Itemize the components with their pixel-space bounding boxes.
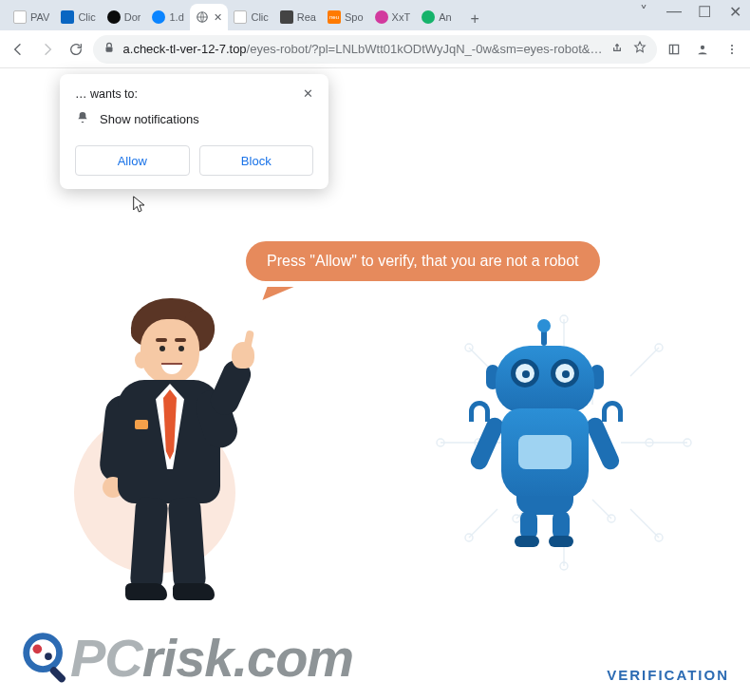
tab-label: Spo bbox=[345, 11, 364, 23]
svg-rect-1 bbox=[105, 47, 112, 51]
tab-5[interactable]: Clic bbox=[228, 4, 273, 30]
speech-bubble: Press "Allow" to verify, that you are no… bbox=[246, 241, 600, 281]
permission-close-button[interactable]: ✕ bbox=[298, 84, 317, 103]
magnifier-icon bbox=[17, 629, 76, 688]
favicon-icon bbox=[13, 10, 27, 24]
back-button[interactable] bbox=[6, 36, 31, 63]
pcrisk-logo: PCrisk.com bbox=[17, 627, 353, 689]
favicon-icon bbox=[152, 10, 165, 24]
window-dropdown-button[interactable]: ˅ bbox=[628, 0, 659, 23]
tab-8[interactable]: XxT bbox=[369, 4, 417, 30]
tab-label: Clic bbox=[251, 11, 268, 23]
favicon-icon: neu bbox=[328, 10, 341, 24]
bell-icon bbox=[75, 110, 90, 128]
block-button[interactable]: Block bbox=[199, 145, 314, 176]
tab-label: Rea bbox=[297, 11, 316, 23]
svg-rect-2 bbox=[669, 45, 678, 53]
mouse-cursor-icon bbox=[133, 196, 146, 215]
verification-label: VERIFICATION bbox=[607, 667, 729, 683]
browser-toolbar: a.check-tl-ver-12-7.top/eyes-robot/?pl=L… bbox=[0, 30, 750, 68]
url-text: a.check-tl-ver-12-7.top/eyes-robot/?pl=L… bbox=[123, 42, 603, 56]
reading-list-icon[interactable] bbox=[661, 36, 686, 63]
svg-point-4 bbox=[701, 45, 704, 48]
tab-label: Dor bbox=[124, 11, 141, 23]
tab-label: An bbox=[439, 11, 451, 23]
speech-text: Press "Allow" to verify, that you are no… bbox=[267, 253, 579, 269]
address-bar[interactable]: a.check-tl-ver-12-7.top/eyes-robot/?pl=L… bbox=[93, 35, 658, 64]
globe-icon bbox=[196, 10, 209, 24]
window-minimize-button[interactable]: — bbox=[659, 0, 689, 23]
svg-point-20 bbox=[27, 635, 60, 669]
permission-title: … wants to: ✕ bbox=[75, 87, 313, 101]
favicon-icon bbox=[280, 10, 293, 24]
tab-label: 1.d bbox=[169, 11, 183, 23]
window-close-button[interactable]: ✕ bbox=[720, 0, 750, 23]
tab-7[interactable]: neu Spo bbox=[322, 4, 369, 30]
tab-label: XxT bbox=[392, 11, 411, 23]
businessman-illustration bbox=[84, 298, 273, 612]
lock-icon bbox=[103, 41, 116, 57]
tab-6[interactable]: Rea bbox=[274, 4, 322, 30]
reload-button[interactable] bbox=[64, 36, 89, 63]
tab-9[interactable]: An bbox=[416, 4, 459, 30]
svg-point-7 bbox=[731, 51, 733, 53]
new-tab-button[interactable]: + bbox=[463, 8, 486, 30]
page-footer: PCrisk.com VERIFICATION bbox=[0, 596, 750, 700]
share-icon[interactable] bbox=[609, 40, 625, 58]
profile-icon[interactable] bbox=[690, 36, 716, 63]
tab-3[interactable]: 1.d bbox=[146, 4, 190, 30]
window-maximize-button[interactable]: ☐ bbox=[689, 0, 720, 23]
favicon-icon bbox=[107, 10, 121, 24]
svg-rect-3 bbox=[672, 45, 673, 53]
tab-label: Clic bbox=[78, 11, 95, 23]
tab-2[interactable]: Dor bbox=[102, 4, 147, 30]
notification-permission-dialog: … wants to: ✕ Show notifications Allow B… bbox=[60, 74, 328, 189]
star-icon[interactable] bbox=[632, 40, 647, 58]
window-controls: ˅ — ☐ ✕ bbox=[628, 0, 750, 30]
tab-close-button[interactable]: ✕ bbox=[214, 11, 222, 24]
svg-point-6 bbox=[731, 47, 733, 49]
permission-row: Show notifications bbox=[75, 110, 313, 128]
menu-icon[interactable] bbox=[720, 36, 745, 63]
svg-point-5 bbox=[731, 44, 733, 46]
favicon-icon bbox=[234, 10, 247, 24]
forward-button[interactable] bbox=[35, 36, 61, 63]
tab-strip: PAV Clic Dor 1.d ✕ Clic Rea neu Spo XxT … bbox=[0, 0, 750, 30]
tab-label: PAV bbox=[30, 11, 49, 23]
allow-button[interactable]: Allow bbox=[75, 145, 190, 176]
logo-text: PCrisk.com bbox=[70, 627, 353, 689]
favicon-icon bbox=[422, 10, 435, 24]
svg-point-22 bbox=[45, 653, 52, 660]
tab-1[interactable]: Clic bbox=[55, 4, 101, 30]
favicon-icon bbox=[375, 10, 388, 24]
favicon-icon bbox=[61, 10, 74, 24]
robot-illustration bbox=[463, 332, 625, 551]
svg-point-21 bbox=[32, 644, 42, 653]
permission-text: Show notifications bbox=[100, 112, 199, 126]
svg-rect-23 bbox=[48, 665, 66, 683]
tab-0[interactable]: PAV bbox=[8, 4, 55, 30]
tab-4-active[interactable]: ✕ bbox=[190, 4, 228, 30]
